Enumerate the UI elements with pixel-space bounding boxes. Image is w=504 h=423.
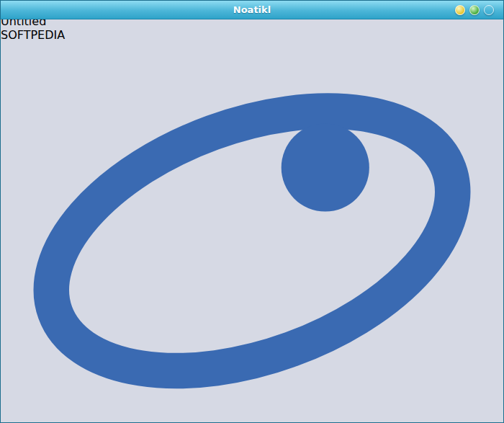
app-logo-icon [1,42,503,423]
watermark: SOFTPEDIA [1,28,503,42]
app-window: Noatikl FileEditControlToolsOptionsHelp … [0,0,504,423]
title-bar: Noatikl [1,1,503,19]
window-title: Noatikl [1,4,503,15]
minimize-button[interactable] [455,5,465,15]
close-button[interactable] [484,5,494,15]
maximize-button[interactable] [469,5,480,15]
main-panel: Play Playback Tempo: Elapsed: 1:01:000 P… [1,42,503,423]
